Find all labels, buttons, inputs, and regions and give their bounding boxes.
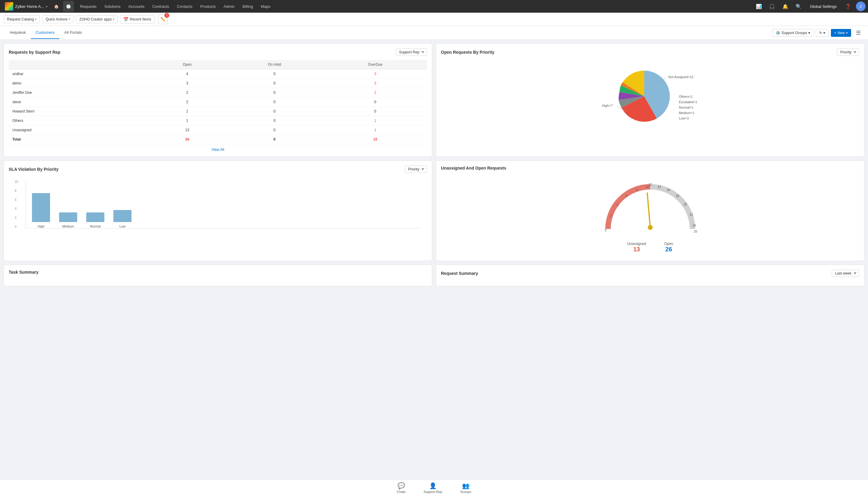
bar-normal-label: Normal	[90, 224, 100, 228]
help-nav-button[interactable]: ❓	[843, 1, 853, 12]
cell-onhold: 0	[225, 107, 323, 116]
clock-nav-button[interactable]: 🕐	[63, 1, 74, 12]
bar-chart-wrapper: 10 8 6 4 2 0 High Medium Normal	[9, 177, 427, 231]
cell-onhold: 0	[225, 88, 323, 97]
app-name: Zylker Home A...	[15, 4, 44, 9]
nav-billing[interactable]: Billing	[239, 2, 257, 11]
table-row: Others 1 0 1	[9, 116, 427, 125]
request-summary-dropdown[interactable]: Last week	[832, 270, 859, 277]
col-overdue: OverDue	[323, 60, 427, 69]
nav-requests[interactable]: Requests	[76, 2, 100, 11]
y-label-8: 8	[15, 189, 21, 192]
cell-name: demo	[9, 79, 149, 88]
cell-onhold: 0	[225, 97, 323, 107]
unassigned-label: Unassigned	[627, 242, 646, 246]
table-row: steve 2 0 0	[9, 97, 427, 107]
legend-escalated: Escalated=1	[679, 100, 697, 104]
cell-overdue: 3	[323, 69, 427, 79]
bar-normal: Normal	[86, 212, 104, 228]
cell-overdue: 0	[323, 107, 427, 116]
support-groups-label: Support Groups	[782, 31, 807, 35]
tabs-bar: Helpdesk Customers All Portals ⚙️ Suppor…	[0, 26, 868, 40]
cell-name: Howard Stern	[9, 107, 149, 116]
user-avatar[interactable]: Z	[856, 1, 866, 11]
zoho-creator-label: ZOHO Creator apps	[79, 17, 112, 21]
cell-open: 2	[149, 97, 225, 107]
request-summary-card: Request Summary Last week	[436, 265, 864, 286]
bar-high: High	[32, 193, 50, 228]
tab-customers[interactable]: Customers	[31, 27, 59, 39]
global-settings-button[interactable]: Global Settings	[806, 2, 840, 11]
support-groups-chevron: ▾	[808, 31, 810, 35]
open-requests-priority-card: Open Requests By Priority Priority	[436, 44, 864, 157]
cell-name: Unassigned	[9, 125, 149, 135]
view-all-link[interactable]: View All	[212, 148, 224, 152]
new-button[interactable]: + New ▾	[831, 29, 851, 37]
headset-nav-button[interactable]: 🎧	[767, 1, 777, 12]
tabs-left: Helpdesk Customers All Portals	[5, 27, 87, 39]
refresh-button[interactable]: ↻ ▾	[816, 29, 828, 37]
gauge-container: 0 2 4 6 8 10 12 14 16 18 20 22 24 26 Una…	[441, 175, 859, 256]
cell-onhold: 0	[225, 125, 323, 135]
table-row: sridhar 4 0 3	[9, 69, 427, 79]
chart-nav-button[interactable]: 📊	[753, 1, 764, 12]
bar-normal-rect	[86, 212, 104, 222]
col-open: Open	[149, 60, 225, 69]
zoho-creator-button[interactable]: ZOHO Creator apps ▾	[76, 15, 117, 23]
y-label-6: 6	[15, 198, 21, 202]
priority-dropdown[interactable]: Priority	[837, 49, 859, 56]
search-nav-button[interactable]: 🔍	[793, 1, 804, 12]
refresh-chevron: ▾	[823, 31, 825, 35]
legend-low: Low=3	[679, 117, 689, 120]
pie-chart-container: Not Assigned=12 Others=1 Escalated=1 Nor…	[441, 60, 859, 133]
menu-button[interactable]: ☰	[853, 28, 863, 38]
support-groups-button[interactable]: ⚙️ Support Groups ▾	[772, 29, 814, 37]
task-summary-card: Task Summary	[4, 265, 432, 286]
quick-actions-label: Quick Actions	[46, 17, 67, 21]
cell-name: steve	[9, 97, 149, 107]
unassigned-card-header: Unassigned And Open Requests	[441, 166, 859, 170]
nav-maps[interactable]: Maps	[257, 2, 274, 11]
tab-all-portals[interactable]: All Portals	[59, 27, 87, 39]
app-logo[interactable]: Zylker Home A... ▾	[2, 1, 50, 12]
zoho-creator-chevron: ▾	[113, 17, 114, 21]
legend-medium: Medium=1	[679, 111, 695, 115]
svg-text:14: 14	[658, 185, 661, 189]
bell-nav-button[interactable]: 🔔	[780, 1, 791, 12]
svg-text:26: 26	[694, 230, 697, 233]
cell-total-open: 26	[149, 135, 225, 144]
tab-helpdesk[interactable]: Helpdesk	[5, 27, 31, 39]
task-summary-title: Task Summary	[9, 270, 38, 275]
gauge-svg: 0 2 4 6 8 10 12 14 16 18 20 22 24 26	[599, 178, 701, 238]
svg-text:18: 18	[676, 194, 679, 198]
cell-onhold: 0	[225, 69, 323, 79]
legend-high: High=7	[602, 104, 613, 107]
bar-high-label: High	[38, 224, 45, 228]
new-chevron: ▾	[846, 31, 848, 35]
notification-button[interactable]: ✏️ 1	[158, 15, 168, 24]
recent-items-button[interactable]: 📅 Recent Items	[120, 15, 154, 24]
svg-text:8: 8	[636, 188, 638, 191]
legend-not-assigned: Not Assigned=12	[668, 75, 693, 79]
requests-card-header: Requests by Support Rep Support Rep	[9, 49, 427, 56]
pie-chart-svg: Not Assigned=12 Others=1 Escalated=1 Nor…	[590, 62, 711, 131]
nav-solutions[interactable]: Solutions	[101, 2, 124, 11]
open-gauge-label: Open 26	[664, 242, 673, 253]
request-catalog-label: Request Catalog	[7, 17, 34, 21]
unassigned-value: 13	[627, 246, 646, 253]
request-catalog-button[interactable]: Request Catalog ▾	[4, 15, 40, 23]
bar-high-rect	[32, 193, 50, 222]
nav-contacts[interactable]: Contacts	[173, 2, 196, 11]
home-nav-button[interactable]: 🏠	[51, 1, 62, 12]
sla-priority-dropdown[interactable]: Priority	[405, 166, 427, 173]
gauge-labels: Unassigned 13 Open 26	[627, 242, 673, 253]
bar-medium-rect	[59, 212, 77, 222]
nav-accounts[interactable]: Accounts	[125, 2, 148, 11]
quick-actions-button[interactable]: Quick Actions ▾	[42, 15, 74, 23]
app-logo-icon	[5, 2, 13, 11]
support-rep-dropdown[interactable]: Support Rep	[396, 49, 427, 56]
nav-admin[interactable]: Admin	[220, 2, 238, 11]
nav-contracts[interactable]: Contracts	[149, 2, 173, 11]
nav-products[interactable]: Products	[196, 2, 219, 11]
requests-card-title: Requests by Support Rep	[9, 50, 60, 55]
